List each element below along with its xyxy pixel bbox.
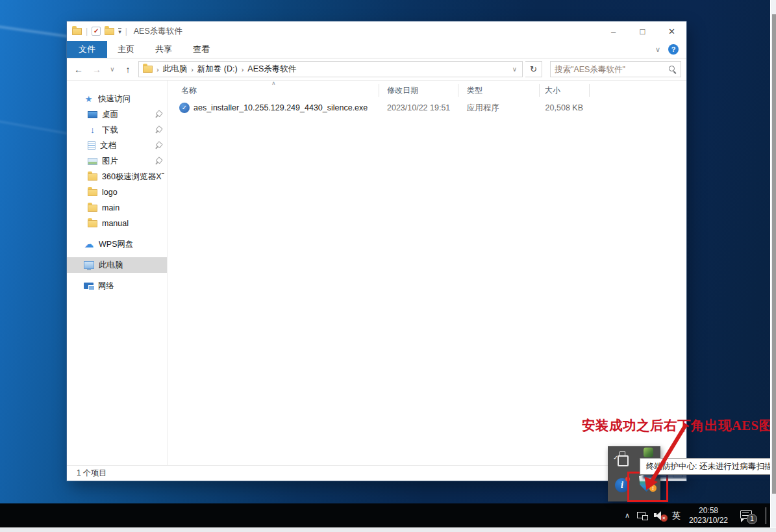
viewer-horizontal-scrollbar[interactable] [0, 527, 776, 532]
taskbar[interactable]: ∧ ✕ 英 20:58 2023/10/22 1 [0, 503, 770, 527]
folder-icon [88, 205, 97, 212]
sidebar-item-downloads[interactable]: ↓ 下载 [67, 122, 167, 138]
help-icon[interactable]: ? [668, 44, 679, 55]
clock-time: 20:58 [699, 506, 718, 516]
sidebar-item-360-browser-downloads[interactable]: 360极速浏览器X下载 [67, 169, 167, 184]
usb-device-icon[interactable] [617, 451, 627, 466]
file-size-cell: 20,508 KB [540, 103, 590, 112]
clock[interactable]: 20:58 2023/10/22 [686, 506, 731, 526]
volume-muted-icon[interactable]: ✕ [654, 511, 666, 520]
show-desktop-separator[interactable] [766, 507, 766, 524]
titlebar: | ✓ ▾ | AES杀毒软件 – □ ✕ [67, 21, 686, 41]
back-button[interactable]: ← [71, 62, 86, 77]
file-list-pane: ∧ 名称 修改日期 类型 大小 ✓ aes_installer_10.255.1… [168, 81, 686, 465]
window-controls: – □ ✕ [599, 21, 686, 41]
column-header-date-modified[interactable]: 修改日期 [379, 84, 458, 97]
status-bar: 1 个项目 [67, 465, 686, 481]
maximize-button[interactable]: □ [628, 21, 657, 41]
mute-x-icon: ✕ [660, 514, 668, 522]
breadcrumb-this-pc[interactable]: 此电脑 [163, 64, 188, 75]
viewer-vertical-scrollbar[interactable] [770, 0, 776, 527]
download-icon: ↓ [88, 125, 97, 135]
sidebar-item-documents[interactable]: 文档 [67, 138, 167, 153]
item-count: 1 个项目 [77, 468, 106, 479]
sidebar-item-this-pc[interactable]: 此电脑 [67, 257, 167, 273]
sidebar-item-label: 360极速浏览器X下载 [102, 171, 164, 183]
network-tray-icon[interactable] [637, 511, 648, 520]
separator: | [125, 27, 127, 36]
breadcrumb-separator: › [156, 66, 159, 73]
sidebar-item-label: main [102, 203, 119, 212]
breadcrumb-drive-d[interactable]: 新加卷 (D:) [197, 64, 238, 75]
sidebar-item-wps-cloud[interactable]: ☁ WPS网盘 [67, 236, 167, 252]
sidebar-item-network[interactable]: 网络 [67, 278, 167, 294]
address-field[interactable]: › 此电脑 › 新加卷 (D:) › AES杀毒软件 ∨ [138, 61, 523, 77]
column-headers: ∧ 名称 修改日期 类型 大小 [168, 81, 686, 100]
ime-indicator[interactable]: 英 [672, 510, 681, 522]
minimize-button[interactable]: – [599, 21, 628, 41]
properties-check-icon[interactable]: ✓ [92, 27, 101, 36]
breadcrumb-separator: › [242, 66, 244, 73]
folder-icon [88, 173, 97, 181]
screen: { "colors": { "accent_tab": "#2272b9", "… [0, 0, 776, 532]
sidebar-item-logo[interactable]: logo [67, 184, 167, 200]
action-center[interactable]: 1 [740, 509, 757, 523]
network-icon [84, 283, 94, 289]
window-title: AES杀毒软件 [134, 26, 182, 37]
pin-icon [153, 109, 163, 120]
file-row[interactable]: ✓ aes_installer_10.255.129.249_4430_sile… [168, 100, 686, 116]
window-content: ★ 快速访问 桌面 ↓ 下载 文档 图片 [67, 81, 686, 465]
folder-icon [88, 189, 97, 196]
sidebar-item-label: 此电脑 [99, 260, 123, 271]
address-bar: ← → ∨ ↑ › 此电脑 › 新加卷 (D:) › AES杀毒软件 ∨ ↻ [67, 58, 686, 81]
tab-view[interactable]: 查看 [182, 41, 220, 58]
pin-icon [153, 140, 163, 151]
desktop-icon [88, 111, 97, 118]
file-rows: ✓ aes_installer_10.255.129.249_4430_sile… [168, 100, 686, 465]
file-name-cell[interactable]: ✓ aes_installer_10.255.129.249_4430_sile… [168, 103, 379, 113]
folder-icon [88, 220, 97, 227]
sidebar-item-main[interactable]: main [67, 200, 167, 216]
sidebar-item-label: 下载 [102, 125, 118, 136]
ribbon-tabs: 文件 主页 共享 查看 ∨ ? [67, 41, 686, 58]
close-button[interactable]: ✕ [657, 21, 686, 41]
file-name: aes_installer_10.255.129.249_4430_silenc… [194, 103, 368, 112]
ribbon-right-controls: ∨ ? [655, 41, 686, 58]
sidebar-item-pictures[interactable]: 图片 [67, 153, 167, 169]
sidebar-item-desktop[interactable]: 桌面 [67, 107, 167, 122]
column-header-size[interactable]: 大小 [540, 84, 590, 97]
sidebar-item-label: WPS网盘 [99, 239, 133, 250]
file-type-cell: 应用程序 [458, 103, 540, 114]
sort-ascending-icon: ∧ [271, 80, 276, 86]
pin-icon [153, 156, 163, 166]
sidebar-item-label: 快速访问 [98, 94, 131, 105]
ribbon-collapse-icon[interactable]: ∨ [655, 45, 660, 54]
forward-button[interactable]: → [89, 62, 105, 77]
up-button[interactable]: ↑ [120, 62, 136, 77]
installer-shield-icon: ✓ [179, 103, 190, 113]
breadcrumb-current-folder[interactable]: AES杀毒软件 [247, 64, 296, 75]
tab-file[interactable]: 文件 [67, 41, 107, 58]
sidebar-item-label: 网络 [98, 281, 114, 292]
separator: | [86, 27, 88, 36]
new-folder-icon[interactable] [105, 28, 114, 35]
refresh-button[interactable]: ↻ [525, 61, 542, 77]
tab-home[interactable]: 主页 [107, 41, 145, 58]
cloud-icon: ☁ [84, 238, 94, 250]
qat-dropdown-icon[interactable]: ▾ [118, 28, 121, 34]
address-dropdown-icon[interactable]: ∨ [510, 66, 519, 73]
tab-share[interactable]: 共享 [145, 41, 182, 58]
search-input[interactable] [555, 65, 668, 74]
search-icon[interactable] [668, 65, 677, 73]
notification-badge: 1 [747, 514, 757, 524]
scrollbar-thumb[interactable] [772, 14, 776, 494]
column-header-type[interactable]: 类型 [458, 84, 540, 97]
system-tray: ∧ ✕ 英 20:58 2023/10/22 1 [623, 503, 766, 527]
star-icon: ★ [84, 94, 94, 104]
sidebar-item-manual[interactable]: manual [67, 216, 167, 231]
annotation-arrow [636, 416, 701, 497]
sidebar-item-quick-access[interactable]: ★ 快速访问 [67, 91, 167, 107]
show-hidden-icons-icon[interactable]: ∧ [623, 511, 631, 520]
search-box[interactable] [550, 61, 681, 77]
history-dropdown-icon[interactable]: ∨ [107, 62, 118, 77]
